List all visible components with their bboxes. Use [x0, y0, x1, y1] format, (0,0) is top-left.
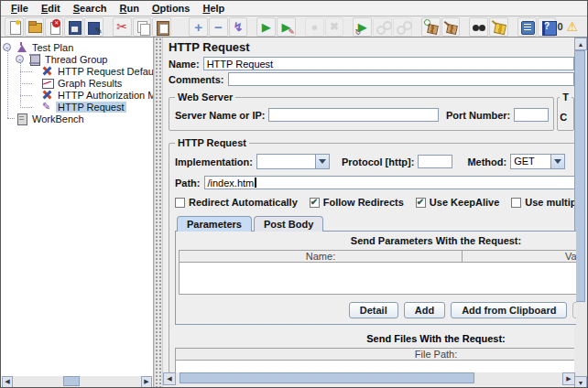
add-element-icon[interactable]: +: [189, 17, 208, 37]
checkbox-icon[interactable]: [310, 198, 320, 208]
path-row: Path: /index.htm: [175, 176, 576, 189]
save-icon[interactable]: [64, 17, 83, 37]
function-helper-icon[interactable]: [517, 17, 537, 37]
clear-icon[interactable]: [421, 17, 441, 37]
column-header-name: Name:: [180, 251, 462, 262]
menu-options[interactable]: Options: [147, 2, 196, 15]
menu-search[interactable]: Search: [68, 2, 113, 15]
name-field[interactable]: HTTP Request: [203, 57, 574, 70]
chevron-down-icon[interactable]: [550, 155, 564, 168]
paste-icon[interactable]: [152, 17, 171, 37]
http-request-config-panel: HTTP Request Name: HTTP Request Comments…: [163, 38, 576, 372]
copy-icon[interactable]: [133, 17, 152, 37]
search-reset-icon[interactable]: [489, 17, 508, 37]
save-as-icon[interactable]: [84, 17, 103, 37]
remove-element-icon[interactable]: −: [209, 17, 228, 37]
close-file-icon[interactable]: [45, 17, 64, 37]
menu-bar: File Edit Search Run Options Help: [1, 1, 587, 16]
tree-item-http-authorization-manager[interactable]: HTTP Authorization Manager: [1, 89, 153, 101]
implementation-label: Implementation:: [175, 156, 253, 167]
menu-edit[interactable]: Edit: [36, 2, 66, 15]
help-icon[interactable]: ?: [538, 17, 557, 37]
timeouts-group-clipped: T C: [557, 92, 574, 131]
scroll-left-icon[interactable]: ◀: [2, 376, 13, 388]
files-table-body[interactable]: [176, 361, 576, 372]
cut-icon[interactable]: ✂: [113, 17, 132, 37]
redirect-automatically-checkbox[interactable]: Redirect Automatically: [175, 197, 298, 208]
method-select[interactable]: GET: [510, 154, 565, 169]
name-label: Name:: [169, 59, 200, 70]
open-file-icon[interactable]: [25, 17, 44, 37]
parameters-table-body[interactable]: [180, 263, 576, 294]
tab-post-body[interactable]: Post Body: [254, 216, 323, 232]
text-caret: [255, 178, 256, 188]
scroll-thumb[interactable]: [63, 376, 80, 386]
timeouts-legend-fragment: T: [560, 92, 572, 102]
protocol-label: Protocol [http]:: [342, 156, 414, 167]
main-vertical-scrollbar: ▲ ▼: [574, 38, 587, 388]
method-label: Method:: [467, 156, 506, 167]
server-name-field[interactable]: [268, 108, 439, 122]
search-icon[interactable]: [469, 17, 488, 37]
error-indicator[interactable]: 0 ⚠: [557, 20, 578, 33]
scroll-down-icon[interactable]: ▼: [574, 376, 587, 388]
protocol-field[interactable]: [418, 155, 452, 168]
comments-row: Comments:: [169, 72, 574, 86]
comments-field[interactable]: [228, 72, 574, 86]
jmeter-window: File Edit Search Run Options Help ✂ + − …: [0, 0, 588, 388]
remote-shutdown-all-icon[interactable]: [393, 17, 412, 37]
test-plan-icon: [16, 41, 27, 53]
parameters-table: Name: Value: [179, 250, 576, 295]
use-multipart-checkbox[interactable]: Use multipart/form-data for POST: [511, 197, 576, 208]
error-count: 0: [557, 21, 562, 32]
stop-icon[interactable]: ●: [305, 17, 324, 37]
toggle-element-icon[interactable]: ↯: [229, 17, 248, 37]
http-request-icon: [41, 101, 53, 113]
tab-parameters[interactable]: Parameters: [177, 216, 252, 232]
start-icon[interactable]: ▶: [256, 17, 276, 37]
tree-item-http-request-defaults[interactable]: HTTP Request Defaults: [1, 65, 153, 77]
tree-item-http-request[interactable]: HTTP Request: [1, 101, 153, 113]
checkbox-icon[interactable]: [175, 198, 185, 208]
new-file-icon[interactable]: [5, 17, 24, 37]
path-field[interactable]: /index.htm: [204, 176, 577, 189]
implementation-select[interactable]: [256, 154, 330, 169]
menu-help[interactable]: Help: [197, 2, 230, 15]
menu-file[interactable]: File: [5, 2, 34, 15]
scroll-up-icon[interactable]: ▲: [574, 38, 587, 50]
server-name-label: Server Name or IP:: [175, 110, 265, 121]
add-button[interactable]: Add: [404, 302, 445, 318]
warning-icon: ⚠: [567, 20, 579, 33]
web-server-group: Web Server Server Name or IP: Port Numbe…: [169, 92, 554, 131]
port-number-field[interactable]: [514, 108, 549, 122]
start-no-pauses-icon[interactable]: ▶: [277, 17, 296, 37]
shutdown-icon[interactable]: ✖: [325, 17, 344, 37]
path-label: Path:: [175, 178, 201, 189]
scroll-left-icon[interactable]: ◀: [163, 372, 176, 385]
tree-item-graph-results[interactable]: Graph Results: [1, 77, 153, 89]
clear-all-icon[interactable]: [441, 17, 461, 37]
delete-button[interactable]: Delete: [572, 302, 576, 318]
scroll-right-icon[interactable]: ▶: [562, 372, 575, 385]
panel-splitter[interactable]: [154, 38, 163, 388]
detail-button[interactable]: Detail: [349, 302, 398, 318]
remote-start-all-icon[interactable]: ▶: [353, 17, 372, 37]
tree-item-thread-group[interactable]: Thread Group: [1, 53, 153, 65]
use-keepalive-checkbox[interactable]: Use KeepAlive: [416, 197, 499, 208]
http-request-legend: HTTP Request: [175, 137, 249, 148]
tree-item-workbench[interactable]: WorkBench: [1, 113, 153, 124]
remote-stop-all-icon[interactable]: [373, 17, 392, 37]
menu-run[interactable]: Run: [114, 2, 144, 15]
name-row: Name: HTTP Request: [169, 57, 574, 70]
server-row: Web Server Server Name or IP: Port Numbe…: [169, 92, 574, 131]
scroll-thumb[interactable]: [180, 372, 474, 383]
scroll-right-icon[interactable]: ▶: [141, 376, 152, 388]
page-title: HTTP Request: [169, 40, 574, 56]
follow-redirects-checkbox[interactable]: Follow Redirects: [310, 197, 404, 208]
port-number-label: Port Number:: [446, 110, 510, 121]
add-from-clipboard-button[interactable]: Add from Clipboard: [451, 302, 567, 318]
chevron-down-icon[interactable]: [315, 155, 329, 168]
tree-item-test-plan[interactable]: Test Plan: [1, 41, 153, 53]
checkbox-icon[interactable]: [416, 198, 426, 208]
checkbox-icon[interactable]: [511, 198, 521, 208]
